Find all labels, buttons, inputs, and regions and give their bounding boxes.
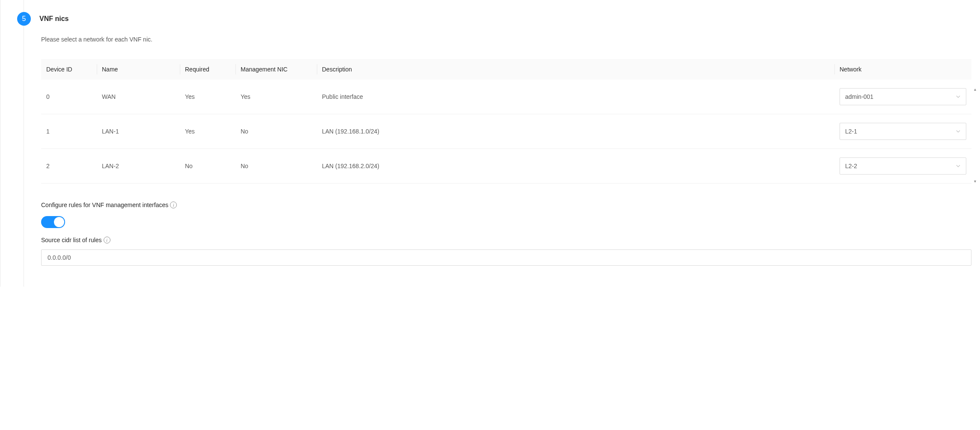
left-rail bbox=[0, 0, 24, 287]
select-value: L2-2 bbox=[845, 163, 857, 169]
cell-description: Public interface bbox=[317, 80, 834, 114]
nic-table: Device ID Name Required Management NIC D… bbox=[41, 59, 971, 184]
table-scrollbar[interactable]: ▴ ▾ bbox=[972, 87, 977, 184]
network-select-row-2[interactable]: L2-2 bbox=[840, 157, 966, 175]
cell-description: LAN (192.168.2.0/24) bbox=[317, 149, 834, 184]
th-required: Required bbox=[180, 59, 235, 80]
table-row: 2 LAN-2 No No LAN (192.168.2.0/24) L2-2 bbox=[41, 149, 971, 184]
step-description: Please select a network for each VNF nic… bbox=[41, 36, 971, 43]
scroll-down-icon: ▾ bbox=[972, 179, 977, 184]
th-device-id: Device ID bbox=[41, 59, 97, 80]
cell-mgmt: No bbox=[235, 149, 317, 184]
config-rules-text: Configure rules for VNF management inter… bbox=[41, 202, 168, 208]
cell-name: LAN-2 bbox=[97, 149, 180, 184]
th-mgmt-nic: Management NIC bbox=[235, 59, 317, 80]
th-description: Description bbox=[317, 59, 834, 80]
info-icon[interactable]: i bbox=[170, 202, 177, 208]
cidr-label-text: Source cidr list of rules bbox=[41, 237, 102, 243]
cidr-label: Source cidr list of rules i bbox=[41, 237, 971, 243]
chevron-down-icon bbox=[956, 129, 961, 134]
network-select-row-0[interactable]: admin-001 bbox=[840, 88, 966, 105]
cell-mgmt: No bbox=[235, 114, 317, 149]
cell-required: Yes bbox=[180, 80, 235, 114]
cidr-input[interactable] bbox=[41, 249, 971, 266]
step-title: VNF nics bbox=[39, 15, 69, 23]
cell-name: LAN-1 bbox=[97, 114, 180, 149]
cell-mgmt: Yes bbox=[235, 80, 317, 114]
select-value: admin-001 bbox=[845, 93, 873, 100]
config-rules-toggle[interactable] bbox=[41, 216, 65, 228]
cell-name: WAN bbox=[97, 80, 180, 114]
table-row: 1 LAN-1 Yes No LAN (192.168.1.0/24) L2-1 bbox=[41, 114, 971, 149]
table-row: 0 WAN Yes Yes Public interface admin-001 bbox=[41, 80, 971, 114]
cell-required: Yes bbox=[180, 114, 235, 149]
scroll-up-icon: ▴ bbox=[972, 87, 977, 92]
chevron-down-icon bbox=[956, 94, 961, 99]
cell-device-id: 1 bbox=[41, 114, 97, 149]
toggle-knob bbox=[54, 217, 64, 227]
info-icon[interactable]: i bbox=[104, 237, 110, 243]
th-name: Name bbox=[97, 59, 180, 80]
cell-required: No bbox=[180, 149, 235, 184]
config-rules-label: Configure rules for VNF management inter… bbox=[41, 202, 971, 208]
cell-description: LAN (192.168.1.0/24) bbox=[317, 114, 834, 149]
step-header: 5 VNF nics bbox=[17, 0, 980, 26]
chevron-down-icon bbox=[956, 163, 961, 169]
nic-table-wrapper: Device ID Name Required Management NIC D… bbox=[41, 59, 971, 184]
network-select-row-1[interactable]: L2-1 bbox=[840, 123, 966, 140]
cell-device-id: 0 bbox=[41, 80, 97, 114]
select-value: L2-1 bbox=[845, 128, 857, 135]
th-network: Network bbox=[834, 59, 971, 80]
step-number-badge: 5 bbox=[17, 12, 31, 26]
cell-device-id: 2 bbox=[41, 149, 97, 184]
